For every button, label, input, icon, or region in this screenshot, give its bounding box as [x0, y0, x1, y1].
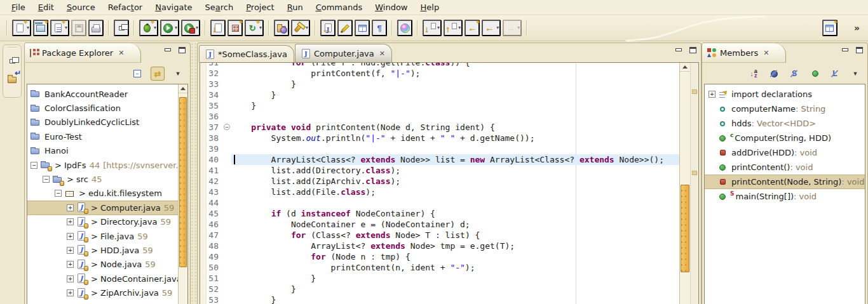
tree-item-ziparchiv-java[interactable]: +J> ZipArchiv.java59: [27, 286, 178, 300]
maximize-button[interactable]: [855, 47, 864, 55]
back-button[interactable]: ←▾: [482, 20, 501, 36]
next-annotation-button[interactable]: ↓▾: [423, 20, 442, 36]
tab-computer-java[interactable]: J Computer.java ✕: [295, 44, 392, 62]
view-menu-button[interactable]: ▼: [848, 67, 862, 81]
member-adddrive-hdd[interactable]: addDrive(HDD) : void: [705, 145, 865, 160]
search-button[interactable]: ▾: [291, 20, 310, 36]
code-line-41[interactable]: 41 list.add(Directory.class);: [200, 165, 679, 176]
code-line-36[interactable]: 36: [200, 111, 679, 122]
dropdown-arrow-icon[interactable]: ▾: [458, 25, 461, 30]
close-icon[interactable]: ✕: [763, 49, 769, 57]
hide-non-public-button[interactable]: [808, 67, 822, 81]
synchronize-button[interactable]: ✦: [227, 20, 243, 36]
dropdown-arrow-icon[interactable]: ▾: [437, 25, 440, 30]
tree-item-src[interactable]: −> src45: [27, 172, 178, 186]
dropdown-arrow-icon[interactable]: ▾: [517, 25, 520, 30]
copy-button[interactable]: [114, 20, 129, 36]
menu-window[interactable]: Window: [369, 1, 414, 13]
menu-refactor[interactable]: Refactor: [102, 1, 149, 13]
expander-minus-icon[interactable]: −: [31, 162, 37, 169]
maximize-button[interactable]: [177, 47, 186, 55]
dropdown-arrow-icon[interactable]: ▾: [196, 25, 198, 30]
menu-help[interactable]: Help: [414, 1, 446, 13]
dropdown-arrow-icon[interactable]: ▾: [306, 25, 308, 30]
run-external-tools-button[interactable]: ▾: [181, 20, 200, 36]
scrollbar-thumb[interactable]: [179, 97, 187, 267]
expander-minus-icon[interactable]: −: [55, 190, 62, 197]
toolbar-overflow-chevron[interactable]: »: [854, 23, 859, 33]
code-line-53[interactable]: 53 }: [200, 294, 679, 304]
member-computername[interactable]: computerName : String: [705, 102, 865, 116]
minimize-button[interactable]: [674, 47, 683, 55]
close-icon[interactable]: ✕: [118, 49, 124, 57]
editor-scrollbar[interactable]: [679, 63, 690, 304]
tree-item-directory-java[interactable]: +J> Directory.java59: [27, 215, 178, 229]
code-line-46[interactable]: 46 NodeContainer e = (NodeContainer) d;: [200, 219, 679, 230]
expander-plus-icon[interactable]: +: [67, 289, 74, 296]
code-line-35[interactable]: 35 }: [200, 100, 679, 111]
new-wizard-button[interactable]: ✦▾: [12, 20, 31, 36]
link-with-editor-button[interactable]: ⇄: [151, 67, 165, 81]
mark-occurrences-button[interactable]: [337, 20, 353, 36]
toolbar-handle[interactable]: [6, 20, 8, 36]
member-main-string[interactable]: Smain(String[]) : void: [705, 189, 865, 204]
overview-marker[interactable]: [692, 171, 697, 175]
refresh-button[interactable]: ↻✦▾: [245, 20, 264, 36]
code-line-40[interactable]: 40 ArrayList<Class<? extends Node>> list…: [200, 154, 679, 165]
dropdown-arrow-icon[interactable]: ▾: [496, 25, 499, 30]
scrollbar-thumb[interactable]: [681, 185, 689, 272]
member-printcontent[interactable]: printContent() : void: [705, 160, 865, 175]
code-line-51[interactable]: 51 }: [200, 273, 679, 284]
new-type-button[interactable]: ✦▾: [50, 20, 69, 36]
overview-marker[interactable]: [692, 89, 697, 94]
code-line-45[interactable]: 45 if (d instanceof NodeContainer) {: [200, 208, 679, 219]
expander-plus-icon[interactable]: +: [67, 247, 74, 254]
overview-ruler[interactable]: [690, 63, 698, 304]
run-button[interactable]: ▾: [160, 20, 179, 36]
code-line-48[interactable]: 48 ArrayList<? extends Node> tmp = e.get…: [200, 241, 679, 251]
expander-plus-icon[interactable]: +: [67, 204, 74, 211]
tree-item-colorclassification[interactable]: ColorClassification: [27, 101, 178, 115]
drag-handle[interactable]: [7, 47, 17, 48]
menu-commands[interactable]: Commands: [309, 1, 369, 13]
tree-item-euro-test[interactable]: Euro-Test: [27, 129, 178, 143]
tree-item-hdd-java[interactable]: +J> HDD.java59: [27, 243, 178, 257]
dropdown-arrow-icon[interactable]: ▾: [259, 25, 262, 30]
view-menu-button[interactable]: ▼: [171, 67, 185, 81]
expander-plus-icon[interactable]: +: [67, 233, 74, 240]
tree-item-ipdfs[interactable]: −> IpdFs44[https://svnserver.i: [27, 158, 178, 172]
code-line-34[interactable]: 34 }: [200, 89, 679, 100]
expander-plus-icon[interactable]: +: [67, 261, 74, 268]
hide-static-members-button[interactable]: S: [787, 67, 801, 81]
minimize-button[interactable]: [163, 47, 172, 55]
restore-views-button[interactable]: [5, 53, 19, 69]
code-line-43[interactable]: 43 list.add(File.class);: [200, 187, 679, 197]
menu-run[interactable]: Run: [281, 1, 309, 13]
open-type-button[interactable]: [274, 20, 289, 36]
dropdown-arrow-icon[interactable]: ▾: [175, 25, 177, 30]
scroll-up-arrow[interactable]: [179, 84, 187, 93]
tree-item-doublylinkedcycliclist[interactable]: DoublyLinkedCyclicList: [27, 116, 178, 129]
member-printcontent-node-string[interactable]: printContent(Node, String) : void: [705, 175, 865, 189]
tab-package-explorer[interactable]: Package Explorer ✕: [25, 43, 141, 63]
print-button[interactable]: [88, 20, 104, 36]
fold-collapse-icon[interactable]: −: [224, 124, 230, 130]
hide-local-types-button[interactable]: L: [828, 67, 842, 81]
tree-item-edu-kit-filesystem[interactable]: −> edu.kit.filesystem: [27, 187, 178, 201]
sort-members-button[interactable]: ↓az: [747, 67, 761, 81]
debug-button[interactable]: ✦▾: [139, 20, 158, 36]
code-editor[interactable]: 31 for (File f : hdd.get(File.class)) {3…: [200, 62, 699, 304]
code-line-33[interactable]: 33 }: [200, 79, 679, 89]
commit-button[interactable]: ↓: [210, 20, 226, 36]
tree-item-bankaccountreader[interactable]: BankAccountReader: [27, 87, 178, 101]
dropdown-arrow-icon[interactable]: ▾: [154, 25, 156, 30]
scroll-up-arrow[interactable]: [680, 63, 690, 72]
menu-project[interactable]: Project: [240, 1, 281, 13]
pe-scrollbar[interactable]: [178, 84, 187, 304]
member-computer-string-hdd[interactable]: cComputer(String, HDD): [705, 131, 865, 145]
hide-fields-button[interactable]: [767, 67, 781, 81]
minimize-button[interactable]: [841, 47, 850, 55]
dropdown-arrow-icon[interactable]: ▾: [65, 25, 67, 30]
tree-item-computer-java[interactable]: +J> Computer.java59: [27, 201, 178, 215]
show-whitespace-button[interactable]: ¶: [372, 20, 387, 36]
